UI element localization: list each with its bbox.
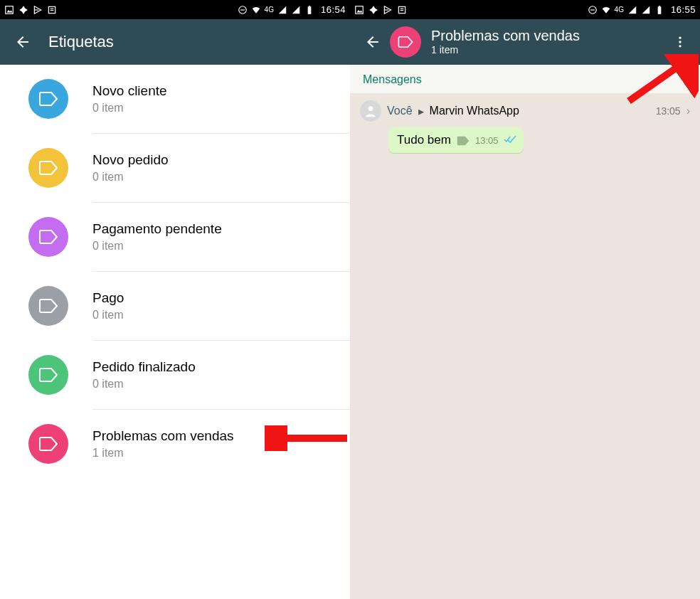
status-right-icons: 4G 16:54 [238, 4, 346, 15]
message-row-time: 13:05 [656, 105, 681, 117]
message-from: Você [387, 105, 413, 117]
app-bar-subtitle: 1 item [431, 43, 667, 56]
label-color-bubble [28, 355, 68, 395]
news-icon [47, 5, 57, 15]
news-icon [397, 5, 407, 15]
label-name: Pago [92, 290, 124, 306]
svg-marker-22 [629, 6, 637, 14]
arrow-back-icon [14, 33, 31, 51]
more-vert-icon [673, 35, 687, 49]
person-icon [364, 104, 378, 118]
more-menu-button[interactable] [667, 29, 693, 55]
message-text: Tudo bem [397, 133, 451, 147]
play-icon [33, 5, 43, 15]
svg-rect-14 [356, 6, 364, 14]
section-header-messages: Mensagens [350, 65, 700, 93]
status-bar: 4G 16:54 [0, 0, 350, 19]
label-color-bubble [28, 424, 68, 464]
svg-marker-9 [292, 6, 300, 14]
label-count: 0 item [92, 309, 124, 322]
photos-icon [18, 5, 28, 15]
photos-icon [368, 5, 378, 15]
app-bar: Problemas com vendas 1 item [350, 19, 700, 65]
app-bar: Etiquetas [0, 19, 350, 65]
wifi-icon [601, 5, 611, 15]
back-button[interactable] [10, 29, 36, 55]
image-icon [4, 5, 14, 15]
battery-icon [654, 5, 664, 15]
svg-point-28 [679, 45, 681, 47]
signal-icon [277, 5, 287, 15]
status-time: 16:54 [321, 4, 346, 15]
svg-point-29 [368, 106, 373, 111]
label-row[interactable]: Novo cliente 0 item [0, 65, 350, 133]
svg-marker-15 [357, 10, 363, 13]
svg-rect-10 [308, 6, 312, 14]
bubble-time: 13:05 [475, 135, 499, 146]
label-name: Pagamento pendente [92, 221, 222, 237]
arrow-back-icon [364, 33, 381, 51]
image-icon [354, 5, 364, 15]
svg-marker-8 [279, 6, 287, 14]
svg-marker-1 [7, 10, 13, 13]
label-color-bubble [28, 79, 68, 119]
status-right-icons: 4G 16:55 [588, 4, 696, 15]
avatar [360, 100, 381, 122]
label-row[interactable]: Pago 0 item [0, 272, 350, 340]
status-left-icons [4, 5, 57, 15]
message-bubble[interactable]: Tudo bem 13:05 [388, 127, 524, 153]
label-row[interactable]: Pedido finalizado 0 item [0, 341, 350, 409]
tag-icon [39, 161, 58, 175]
phone-left: 4G 16:54 Etiquetas Novo cliente 0 item N… [0, 0, 350, 599]
chat-body: Você ▸ Marvin WhatsApp 13:05 › Tudo bem … [350, 93, 700, 599]
tag-icon [39, 437, 58, 451]
read-ticks-icon [504, 133, 516, 147]
label-name: Novo cliente [92, 83, 167, 99]
chat-thread-row[interactable]: Você ▸ Marvin WhatsApp 13:05 › [350, 93, 700, 124]
chevron-right-icon: › [686, 105, 690, 117]
svg-point-26 [679, 37, 681, 39]
svg-point-27 [679, 41, 681, 43]
svg-marker-23 [642, 6, 650, 14]
tag-icon [39, 92, 58, 106]
signal2-icon [291, 5, 301, 15]
signal2-icon [641, 5, 651, 15]
status-time: 16:55 [671, 4, 696, 15]
label-color-bubble [28, 148, 68, 188]
label-color-bubble [28, 217, 68, 257]
label-row[interactable]: Problemas com vendas 1 item [0, 410, 350, 478]
bubble-row: Tudo bem 13:05 [350, 124, 700, 153]
labels-list: Novo cliente 0 item Novo pedido 0 item P… [0, 65, 350, 599]
tag-icon [39, 230, 58, 244]
label-name: Problemas com vendas [92, 428, 234, 444]
svg-rect-25 [659, 6, 660, 6]
label-row[interactable]: Pagamento pendente 0 item [0, 203, 350, 271]
network-type: 4G [615, 6, 624, 14]
svg-rect-0 [6, 6, 14, 14]
status-left-icons [354, 5, 407, 15]
label-count: 0 item [92, 240, 222, 253]
tag-icon [39, 299, 58, 313]
label-count: 1 item [92, 447, 234, 460]
wifi-icon [251, 5, 261, 15]
label-count: 0 item [92, 102, 167, 115]
phone-right: 4G 16:55 Problemas com vendas 1 item Men… [350, 0, 700, 599]
direction-arrow-icon: ▸ [418, 105, 424, 118]
battery-icon [304, 5, 314, 15]
back-button[interactable] [360, 29, 386, 55]
svg-rect-24 [658, 6, 662, 14]
message-to: Marvin WhatsApp [430, 105, 519, 117]
label-count: 0 item [92, 378, 196, 391]
label-row[interactable]: Novo pedido 0 item [0, 134, 350, 202]
signal-icon [627, 5, 637, 15]
dnd-icon [588, 5, 598, 15]
label-color-bubble [390, 26, 421, 58]
network-type: 4G [265, 6, 274, 14]
label-color-bubble [28, 286, 68, 326]
label-count: 0 item [92, 171, 169, 184]
tag-icon [39, 368, 58, 382]
dnd-icon [238, 5, 248, 15]
app-bar-title: Problemas com vendas [431, 28, 667, 43]
tag-icon [398, 36, 413, 48]
label-name: Novo pedido [92, 152, 169, 168]
